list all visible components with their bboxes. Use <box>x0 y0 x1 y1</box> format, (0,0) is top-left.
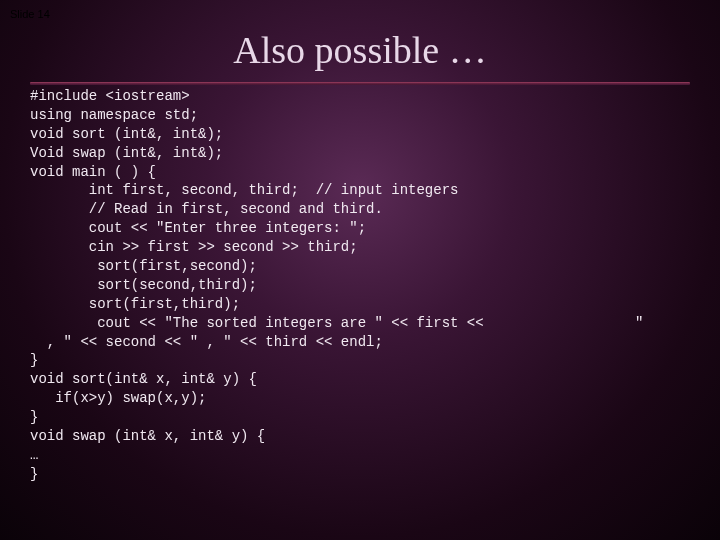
code-block: #include <iostream> using namespace std;… <box>0 87 720 484</box>
title-divider <box>30 82 690 85</box>
slide-number: Slide 14 <box>10 8 50 20</box>
slide-title: Also possible … <box>0 28 720 72</box>
